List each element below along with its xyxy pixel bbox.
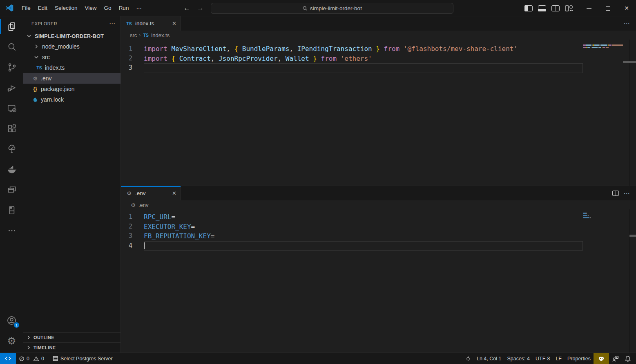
- editor-actions-more-icon[interactable]: ⋯: [624, 190, 631, 197]
- code-line[interactable]: 3: [121, 63, 636, 73]
- line-content: import MevShareClient, { BundleParams, I…: [144, 44, 583, 54]
- indentation[interactable]: Spaces: 4: [504, 353, 533, 364]
- copilot-icon: [598, 355, 605, 362]
- feedback-status[interactable]: [609, 353, 622, 364]
- eol-sequence[interactable]: LF: [553, 353, 565, 364]
- code-line[interactable]: 2import { Contract, JsonRpcProvider, Wal…: [121, 54, 636, 64]
- vscode-logo-icon: [5, 4, 14, 12]
- file-label: index.ts: [45, 64, 65, 71]
- remote-indicator[interactable]: [0, 353, 16, 364]
- nav-forward-button[interactable]: →: [197, 4, 204, 12]
- minimap[interactable]: [583, 213, 626, 220]
- activity-run-debug[interactable]: [0, 78, 23, 98]
- scrollbar-cursor-marker: [629, 235, 636, 237]
- tree-item-package-json[interactable]: {}package.json: [23, 84, 121, 94]
- code-line[interactable]: 4: [121, 241, 636, 251]
- menu-selection[interactable]: Selection: [51, 3, 81, 13]
- code-line[interactable]: 1import MevShareClient, { BundleParams, …: [121, 44, 636, 54]
- chevron-down-icon: [26, 33, 32, 39]
- code-editor-env[interactable]: 1RPC_URL=2EXECUTOR_KEY=3FB_REPUTATION_KE…: [121, 209, 636, 353]
- menu-bar: FileEditSelectionViewGoRun⋯: [18, 3, 145, 13]
- database-icon: [7, 205, 17, 215]
- encoding[interactable]: UTF-8: [533, 353, 553, 364]
- activity-source-control[interactable]: [0, 57, 23, 78]
- maximize-button[interactable]: [598, 0, 617, 16]
- code-line[interactable]: 1RPC_URL=: [121, 212, 636, 222]
- breadcrumb-item[interactable]: src: [130, 32, 137, 38]
- activity-tree-check[interactable]: [0, 139, 23, 159]
- menu-file[interactable]: File: [18, 3, 34, 13]
- cursor-position[interactable]: Ln 4, Col 1: [474, 353, 504, 364]
- activity-more-views[interactable]: [0, 220, 23, 241]
- toggle-panel-bottom-icon[interactable]: [538, 5, 546, 11]
- activity-extensions[interactable]: [0, 118, 23, 139]
- docker-icon: [6, 164, 17, 175]
- menu-edit[interactable]: Edit: [34, 3, 51, 13]
- tab-index-ts[interactable]: TS index.ts ✕: [121, 16, 181, 31]
- code-editor-index-ts[interactable]: 1import MevShareClient, { BundleParams, …: [121, 40, 636, 186]
- code-line[interactable]: 2EXECUTOR_KEY=: [121, 222, 636, 232]
- breadcrumb-bottom: ⚙ .env: [121, 200, 636, 209]
- notifications-status[interactable]: [622, 353, 636, 364]
- minimap[interactable]: [583, 44, 626, 50]
- activity-remote-explorer[interactable]: [0, 98, 23, 118]
- timeline-section[interactable]: TIMELINE: [23, 342, 121, 353]
- activity-account[interactable]: 1: [0, 310, 23, 331]
- breadcrumb-item[interactable]: .env: [138, 202, 149, 208]
- tree-item-index-ts[interactable]: TSindex.ts: [23, 62, 121, 73]
- file-label: yarn.lock: [41, 96, 64, 103]
- activity-explorer[interactable]: [0, 16, 23, 37]
- chevron-right-icon: [25, 334, 32, 341]
- windows-stack-icon: [7, 184, 17, 195]
- tab-bar-bottom: ⚙ .env ✕ ⋯: [121, 186, 636, 200]
- customize-layout-icon[interactable]: [565, 5, 573, 11]
- toggle-panel-left-icon[interactable]: [524, 5, 533, 11]
- toggle-panel-right-icon[interactable]: [551, 5, 560, 11]
- breadcrumb-item[interactable]: index.ts: [151, 32, 170, 38]
- source-control-icon: [7, 62, 17, 73]
- minimize-button[interactable]: [580, 0, 598, 16]
- chevron-right-icon: [33, 43, 40, 50]
- problems-indicator[interactable]: 0 0: [16, 353, 47, 364]
- activity-docker[interactable]: [0, 159, 23, 180]
- menu-overflow[interactable]: ⋯: [132, 3, 145, 13]
- menu-go[interactable]: Go: [100, 3, 115, 13]
- chevron-down-icon: [33, 54, 40, 60]
- command-center[interactable]: simple-limit-order-bot: [211, 3, 453, 14]
- tab-env[interactable]: ⚙ .env ✕: [121, 186, 181, 200]
- tree-root-folder[interactable]: SIMPLE-LIMIT-ORDER-BOT: [23, 31, 121, 41]
- code-line[interactable]: 3FB_REPUTATION_KEY=: [121, 231, 636, 241]
- tree-item-yarn-lock[interactable]: yarn.lock: [23, 94, 121, 105]
- language-mode[interactable]: Properties: [565, 353, 594, 364]
- split-editor-icon[interactable]: [612, 191, 619, 196]
- nav-back-button[interactable]: ←: [183, 4, 190, 12]
- tree-item-src[interactable]: src: [23, 52, 121, 62]
- file-label: .env: [41, 75, 51, 82]
- activity-database[interactable]: [0, 200, 23, 220]
- scrollbar-cursor-marker: [623, 61, 636, 63]
- line-number: 1: [121, 44, 144, 54]
- line-number: 2: [121, 222, 144, 232]
- ports-status[interactable]: [462, 353, 474, 364]
- menu-view[interactable]: View: [81, 3, 100, 13]
- activity-windows-stack[interactable]: [0, 180, 23, 200]
- editor-actions-more-icon[interactable]: ⋯: [624, 20, 631, 27]
- outline-section[interactable]: OUTLINE: [23, 332, 121, 342]
- editor-group-top: TS index.ts ✕ ⋯ src › TS index.ts: [121, 16, 636, 186]
- postgres-label: Select Postgres Server: [60, 356, 113, 362]
- tree-item--env[interactable]: ⚙.env: [23, 73, 121, 84]
- settings-gear-icon: ⚙: [7, 335, 16, 347]
- sidebar-more-actions[interactable]: ⋯: [109, 20, 116, 27]
- tree-item-node-modules[interactable]: node_modules: [23, 41, 121, 52]
- line-content: import { Contract, JsonRpcProvider, Wall…: [144, 54, 583, 64]
- close-button[interactable]: ✕: [617, 0, 636, 16]
- copilot-status[interactable]: [594, 353, 609, 364]
- tab-close-icon[interactable]: ✕: [172, 190, 176, 196]
- tree-check-icon: [7, 144, 17, 154]
- tab-close-icon[interactable]: ✕: [172, 20, 176, 27]
- file-label: src: [42, 54, 50, 60]
- postgres-server-status[interactable]: Select Postgres Server: [49, 353, 116, 364]
- activity-search[interactable]: [0, 37, 23, 57]
- menu-run[interactable]: Run: [115, 3, 133, 13]
- activity-settings[interactable]: ⚙: [0, 331, 23, 351]
